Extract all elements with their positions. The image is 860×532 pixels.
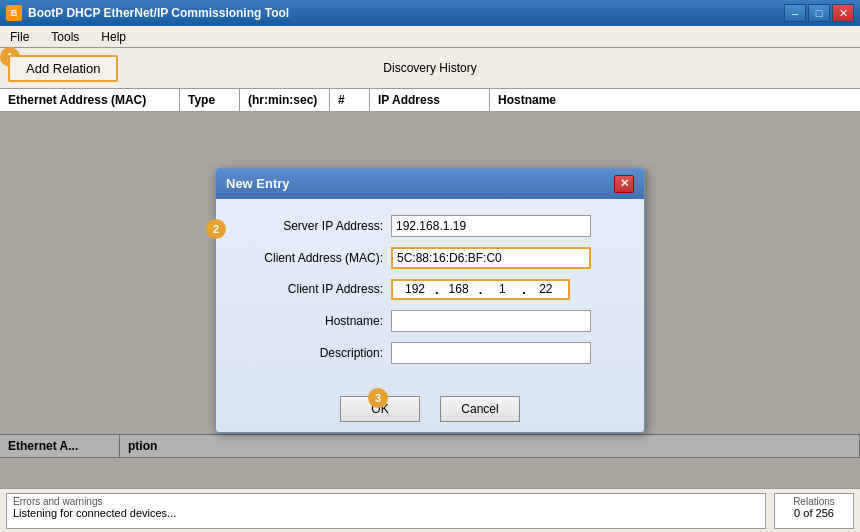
dialog-buttons: 3 OK Cancel [216,390,644,432]
col-time: (hr:min:sec) [240,89,330,111]
col-num: # [330,89,370,111]
server-ip-input[interactable] [391,215,591,237]
ok-btn-wrapper: 3 OK [340,396,420,422]
client-mac-label: Client Address (MAC): [236,251,391,265]
description-label: Description: [236,346,391,360]
col-hostname: Hostname [490,89,860,111]
description-row: Description: [236,342,624,364]
client-ip-field: . . . [391,279,570,300]
status-bar: Errors and warnings Listening for connec… [0,488,860,532]
ip-octet-3[interactable] [484,282,520,296]
title-bar-controls: – □ ✕ [784,4,854,22]
relations-text: 0 of 256 [781,507,847,519]
errors-panel: Errors and warnings Listening for connec… [6,493,766,529]
menu-file[interactable]: File [4,28,35,46]
relations-title: Relations [781,496,847,507]
dialog-titlebar: New Entry ✕ [216,169,644,199]
ip-dot-1: . [435,282,439,297]
title-bar-left: B BootP DHCP EtherNet/IP Commissioning T… [6,5,289,21]
description-input[interactable] [391,342,591,364]
app-icon: B [6,5,22,21]
dialog-close-button[interactable]: ✕ [614,175,634,193]
hostname-input[interactable] [391,310,591,332]
main-window: 1 Add Relation Discovery History Etherne… [0,48,860,532]
client-mac-input[interactable] [391,247,591,269]
maximize-button[interactable]: □ [808,4,830,22]
client-ip-row: Client IP Address: . . . [236,279,624,300]
menu-bar: File Tools Help [0,26,860,48]
title-bar: B BootP DHCP EtherNet/IP Commissioning T… [0,0,860,26]
client-mac-row: 2 Client Address (MAC): [236,247,624,269]
minimize-button[interactable]: – [784,4,806,22]
col-type: Type [180,89,240,111]
discovery-history-label: Discovery History [383,61,476,75]
dialog-body: Server IP Address: 2 Client Address (MAC… [216,199,644,390]
toolbar: 1 Add Relation Discovery History [0,48,860,88]
close-button[interactable]: ✕ [832,4,854,22]
hostname-label: Hostname: [236,314,391,328]
client-ip-label: Client IP Address: [236,282,391,296]
cancel-button[interactable]: Cancel [440,396,520,422]
dialog-title: New Entry [226,176,290,191]
ip-dot-3: . [522,282,526,297]
server-ip-row: Server IP Address: [236,215,624,237]
app-title: BootP DHCP EtherNet/IP Commissioning Too… [28,6,289,20]
col-mac: Ethernet Address (MAC) [0,89,180,111]
ip-dot-2: . [479,282,483,297]
col-ip: IP Address [370,89,490,111]
ip-octet-4[interactable] [528,282,564,296]
new-entry-dialog: New Entry ✕ Server IP Address: 2 Client … [215,168,645,433]
ip-octet-2[interactable] [441,282,477,296]
add-relation-button[interactable]: Add Relation [8,55,118,82]
step2-badge: 2 [206,219,226,239]
ip-octet-1[interactable] [397,282,433,296]
content-area: Ethernet A... ption New Entry ✕ Server I… [0,112,860,488]
server-ip-label: Server IP Address: [236,219,391,233]
table-header: Ethernet Address (MAC) Type (hr:min:sec)… [0,88,860,112]
menu-tools[interactable]: Tools [45,28,85,46]
errors-title: Errors and warnings [13,496,759,507]
relations-panel: Relations 0 of 256 [774,493,854,529]
hostname-row: Hostname: [236,310,624,332]
modal-overlay: New Entry ✕ Server IP Address: 2 Client … [0,112,860,488]
step3-badge: 3 [368,388,388,408]
menu-help[interactable]: Help [95,28,132,46]
errors-text: Listening for connected devices... [13,507,759,519]
